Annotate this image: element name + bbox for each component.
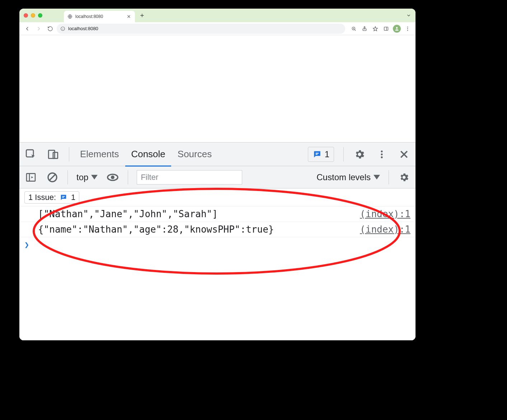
console-log-row: ["Nathan","Jane","John","Sarah"] (index)… — [19, 206, 416, 222]
svg-point-14 — [381, 150, 382, 152]
minimize-window-button[interactable] — [31, 13, 35, 18]
console-prompt[interactable]: ❯ — [19, 237, 416, 252]
svg-point-15 — [381, 153, 382, 155]
live-expression-icon[interactable] — [106, 171, 119, 184]
issues-label: 1 Issue: — [28, 193, 56, 202]
zoom-icon[interactable] — [349, 24, 359, 34]
browser-window: localhost:8080 localhost:8080 — [19, 9, 416, 340]
sidebar-toggle-icon[interactable] — [24, 171, 37, 184]
issues-chip[interactable]: 1 Issue: 1 — [24, 191, 79, 204]
log-message: ["Nathan","Jane","John","Sarah"] — [38, 209, 360, 219]
tab-title: localhost:8080 — [75, 14, 123, 19]
devtools-kebab-icon[interactable] — [375, 148, 388, 161]
titlebar: localhost:8080 — [19, 9, 416, 22]
devtools-panel: Elements Console Sources 1 — [19, 142, 416, 340]
context-label: top — [76, 172, 88, 182]
bookmark-icon[interactable] — [370, 24, 380, 34]
svg-rect-21 — [62, 196, 65, 197]
share-icon[interactable] — [360, 24, 370, 34]
clear-console-icon[interactable] — [46, 171, 59, 184]
kebab-menu-icon[interactable] — [403, 24, 413, 34]
svg-point-7 — [407, 28, 408, 29]
close-tab-icon[interactable] — [126, 14, 131, 19]
issues-badge[interactable]: 1 — [308, 147, 334, 162]
url-text: localhost:8080 — [68, 26, 98, 31]
console-toolbar: top Custom levels — [19, 166, 416, 188]
window-controls — [24, 13, 42, 18]
svg-point-20 — [111, 176, 114, 179]
svg-point-16 — [381, 156, 382, 158]
chevron-down-icon — [91, 175, 98, 179]
svg-rect-10 — [48, 150, 55, 158]
zoom-window-button[interactable] — [38, 13, 42, 18]
levels-label: Custom levels — [316, 172, 371, 182]
issues-count: 1 — [71, 193, 75, 202]
console-output: ["Nathan","Jane","John","Sarah"] (index)… — [19, 206, 416, 340]
devtools-tabbar: Elements Console Sources 1 — [19, 143, 416, 166]
log-levels-selector[interactable]: Custom levels — [316, 172, 380, 182]
back-button[interactable] — [22, 24, 32, 34]
close-window-button[interactable] — [24, 13, 28, 18]
log-source-link[interactable]: (index):1 — [360, 209, 410, 219]
console-settings-icon[interactable] — [398, 171, 410, 184]
devtools-settings-icon[interactable] — [353, 148, 366, 161]
issues-badge-count: 1 — [325, 149, 329, 159]
address-bar[interactable]: localhost:8080 — [57, 24, 345, 34]
tab-sources[interactable]: Sources — [176, 143, 213, 166]
site-info-icon[interactable] — [60, 26, 65, 31]
tab-console[interactable]: Console — [130, 143, 166, 166]
device-toolbar-icon[interactable] — [47, 148, 60, 161]
filter-input[interactable] — [137, 170, 242, 185]
console-log-row: {"name":"Nathan","age":28,"knowsPHP":tru… — [19, 222, 416, 237]
inspect-element-icon[interactable] — [24, 148, 37, 161]
profile-avatar[interactable] — [392, 24, 402, 34]
svg-point-5 — [396, 27, 398, 29]
message-icon — [313, 150, 322, 159]
globe-icon — [67, 14, 72, 19]
side-panel-icon[interactable] — [381, 24, 391, 34]
forward-button[interactable] — [34, 24, 44, 34]
devtools-close-icon[interactable] — [398, 148, 410, 161]
context-selector[interactable]: top — [76, 172, 98, 182]
svg-rect-4 — [384, 27, 388, 30]
url-toolbar: localhost:8080 — [19, 22, 416, 35]
new-tab-button[interactable] — [137, 10, 147, 20]
reload-button[interactable] — [45, 24, 55, 34]
svg-rect-13 — [315, 154, 317, 154]
tabs-dropdown-icon[interactable] — [406, 13, 411, 18]
svg-rect-17 — [27, 173, 35, 181]
svg-rect-22 — [62, 197, 64, 198]
chevron-right-icon: ❯ — [24, 240, 29, 249]
toolbar-right — [349, 24, 413, 34]
issues-infobar: 1 Issue: 1 — [19, 188, 416, 206]
browser-tab[interactable]: localhost:8080 — [64, 11, 135, 22]
svg-rect-11 — [53, 152, 58, 158]
svg-point-6 — [407, 27, 408, 27]
message-icon — [60, 193, 67, 201]
page-viewport — [19, 35, 416, 142]
svg-rect-12 — [315, 153, 319, 153]
svg-point-8 — [407, 30, 408, 31]
log-message: {"name":"Nathan","age":28,"knowsPHP":tru… — [38, 224, 360, 235]
log-source-link[interactable]: (index):1 — [360, 224, 410, 235]
chevron-down-icon — [374, 175, 380, 179]
tab-elements[interactable]: Elements — [79, 143, 120, 166]
